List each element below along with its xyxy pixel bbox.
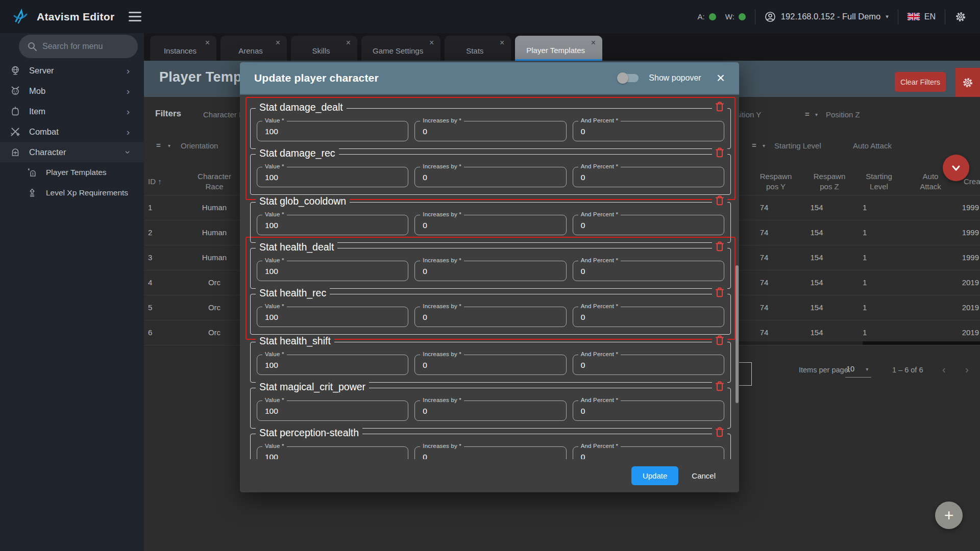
increases-by-field[interactable]: Increases by * 0 [414,355,566,375]
column-header-auto-attack[interactable]: AutoAttack [920,171,941,192]
and-percent-field[interactable]: And Percent * 0 [573,446,724,459]
value-field[interactable]: Value * 100 [257,307,408,327]
column-header-respawn-pos-z[interactable]: Respawnpos Z [814,171,846,192]
filter-character-id[interactable]: Character Id [203,110,246,119]
filter-operator[interactable]: = [805,110,810,118]
and-percent-field[interactable]: And Percent * 0 [573,121,724,141]
items-per-page-select[interactable]: 10 ▾ [845,365,871,378]
value-field[interactable]: Value * 100 [257,215,408,235]
column-header-respawn-pos-y[interactable]: Respawnpos Y [760,171,792,192]
value-field[interactable]: Value * 100 [257,400,408,421]
delete-stat-button[interactable] [712,335,727,346]
value-field[interactable]: Value * 100 [257,167,408,187]
caret-icon[interactable]: ▾ [815,112,818,117]
filter-auto-attack[interactable]: Auto Attack [853,141,892,150]
and-percent-field[interactable]: And Percent * 0 [573,400,724,421]
sidebar-item-server[interactable]: Server › [0,60,144,81]
tab-close-icon[interactable]: × [205,38,210,47]
increases-by-field[interactable]: Increases by * 0 [414,261,566,281]
tab[interactable]: Stats × [445,36,511,61]
column-header-created[interactable]: Creat [964,177,980,187]
increases-by-field[interactable]: Increases by * 0 [414,167,566,187]
filter-position-z[interactable]: Position Z [826,110,860,119]
tab[interactable]: Game Settings × [361,36,440,61]
dialog-scrollbar-thumb[interactable] [736,265,739,403]
and-percent-field[interactable]: And Percent * 0 [573,355,724,375]
toggle-knob[interactable] [617,72,628,84]
and-percent-field[interactable]: And Percent * 0 [573,167,724,187]
chevron-right-icon: › [127,86,130,96]
tab[interactable]: Player Templates × [515,36,602,61]
cell-created: 2019 [962,328,979,337]
delete-stat-button[interactable] [712,241,727,252]
increases-by-field[interactable]: Increases by * 0 [414,215,566,235]
scrollbar-thumb[interactable] [863,341,980,345]
settings-gear-icon[interactable] [954,11,967,23]
next-page-button[interactable]: › [965,364,969,375]
table-horizontal-scrollbar[interactable] [739,341,980,345]
sidebar-subitem-player-templates[interactable]: Player Templates [0,162,144,183]
scroll-down-fab[interactable] [943,155,969,181]
filter-starting-level[interactable]: Starting Level [774,141,821,150]
sidebar-subitem-level-xp-requirements[interactable]: Level Xp Requirements [0,183,144,203]
update-button[interactable]: Update [631,466,678,485]
menu-search[interactable] [19,35,138,58]
menu-toggle-button[interactable] [129,9,141,24]
value-field[interactable]: Value * 100 [257,121,408,141]
column-header-character-race[interactable]: CharacterRace [198,171,231,192]
sidebar-item-character[interactable]: Character › [0,142,144,162]
show-popover-toggle[interactable] [618,74,639,82]
tab[interactable]: Skills × [291,36,357,61]
delete-stat-button[interactable] [712,427,727,438]
chevron-down-icon: ▾ [886,13,889,20]
cancel-button[interactable]: Cancel [682,466,725,485]
tab[interactable]: Arenas × [220,36,287,61]
value-field[interactable]: Value * 100 [257,355,408,375]
column-header-id[interactable]: ID ↑ [148,177,162,187]
increases-by-field[interactable]: Increases by * 0 [414,307,566,327]
value-field[interactable]: Value * 100 [257,446,408,459]
delete-stat-button[interactable] [712,101,727,112]
tab-close-icon[interactable]: × [429,38,434,47]
dialog-close-icon[interactable]: × [717,71,725,85]
cell-created: 2019 [962,278,979,287]
filter-orientation[interactable]: Orientation [181,141,218,150]
filter-operator[interactable]: = [156,141,161,149]
tab-close-icon[interactable]: × [500,38,504,47]
cell-created: 1999 [962,203,979,212]
sidebar-item-combat[interactable]: Combat › [0,121,144,142]
world-server-status: W: [725,12,746,21]
sidebar-item-mob[interactable]: Mob › [0,81,144,101]
increases-by-field[interactable]: Increases by * 0 [414,446,566,459]
filter-operator[interactable]: = [752,141,756,149]
language-select[interactable]: EN [908,12,936,21]
delete-stat-button[interactable] [712,195,727,206]
user-circle-icon [765,11,776,22]
search-input[interactable] [42,42,148,51]
dialog-body: Stat damage_dealt Value * 100 Increases … [240,95,739,459]
delete-stat-button[interactable] [712,381,727,392]
increases-by-field[interactable]: Increases by * 0 [414,400,566,421]
delete-stat-button[interactable] [712,287,727,298]
and-percent-field[interactable]: And Percent * 0 [573,307,724,327]
server-select[interactable]: 192.168.0.152 - Full Demo ▾ [765,11,889,22]
caret-icon[interactable]: ▾ [168,143,170,148]
and-percent-field[interactable]: And Percent * 0 [573,215,724,235]
add-template-fab[interactable]: + [935,502,963,529]
cell-respawn-pos-z: 154 [810,203,823,212]
tab[interactable]: Instances × [150,36,216,61]
delete-stat-button[interactable] [712,147,727,158]
increases-by-field[interactable]: Increases by * 0 [414,121,566,141]
tab-close-icon[interactable]: × [276,38,280,47]
sidebar-item-item[interactable]: Item › [0,101,144,121]
value-field[interactable]: Value * 100 [257,261,408,281]
table-settings-gear-button[interactable] [955,68,980,97]
clear-filters-button[interactable]: Clear Filters [895,72,946,92]
column-header-starting-level[interactable]: StartingLevel [866,171,892,192]
and-percent-field[interactable]: And Percent * 0 [573,261,724,281]
previous-page-button[interactable]: ‹ [942,364,946,375]
cell-respawn-pos-z: 154 [810,303,823,312]
tab-close-icon[interactable]: × [591,38,596,47]
caret-icon[interactable]: ▾ [763,143,765,148]
tab-close-icon[interactable]: × [346,38,351,47]
